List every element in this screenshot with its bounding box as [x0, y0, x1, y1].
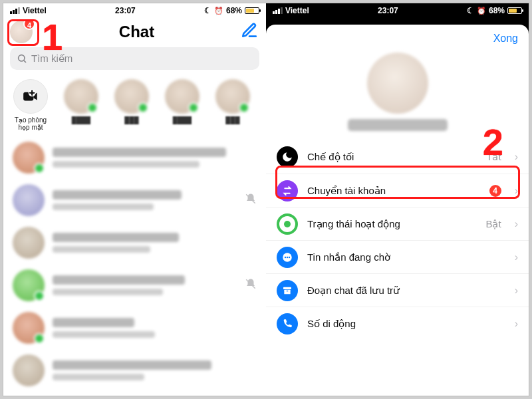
chat-row[interactable] — [3, 221, 266, 264]
row-value: Bật — [485, 218, 501, 230]
svg-point-8 — [287, 256, 288, 257]
row-value: Tắt — [486, 151, 501, 163]
muted-icon — [245, 278, 257, 293]
story-item[interactable]: ████ — [163, 79, 201, 124]
profile-picture[interactable] — [367, 53, 428, 114]
status-time: 23:07 — [378, 6, 398, 15]
battery-pct: 68% — [489, 6, 505, 15]
svg-rect-12 — [287, 291, 289, 291]
settings-list: Chế độ tối Tắt › Chuyển tài khoản 4 › — [266, 140, 529, 340]
chevron-right-icon: › — [515, 251, 518, 263]
row-label: Tin nhắn đang chờ — [307, 251, 501, 263]
settings-sheet: Xong Chế độ tối Tắt › — [266, 25, 529, 396]
search-input[interactable]: Tìm kiếm — [10, 47, 259, 70]
signal-icon — [273, 7, 283, 14]
moon-icon — [277, 146, 298, 168]
dnd-icon — [467, 6, 474, 15]
svg-line-1 — [24, 61, 26, 63]
chevron-right-icon: › — [515, 218, 518, 230]
alarm-icon — [477, 6, 486, 15]
row-label: Đoạn chat đã lưu trữ — [307, 285, 501, 297]
row-label: Số di động — [307, 318, 501, 330]
svg-point-9 — [289, 256, 290, 257]
story-item[interactable]: ███ — [213, 79, 252, 124]
profile-header — [266, 50, 529, 140]
status-time: 23:07 — [115, 6, 136, 15]
story-item[interactable]: ███ — [112, 79, 151, 124]
row-pending-messages[interactable]: Tin nhắn đang chờ › — [266, 240, 529, 273]
chevron-right-icon: › — [515, 318, 518, 330]
video-plus-icon — [22, 88, 39, 105]
battery-icon — [245, 7, 259, 14]
carrier-label: Viettel — [23, 6, 47, 15]
profile-name — [348, 119, 448, 131]
chat-list — [3, 136, 266, 392]
chevron-right-icon: › — [515, 285, 518, 297]
chat-row[interactable] — [3, 179, 266, 221]
muted-icon — [245, 193, 257, 207]
status-bar: Viettel 23:07 68% — [3, 3, 266, 18]
row-label: Trạng thái hoạt động — [307, 218, 476, 230]
page-title: Chat — [119, 23, 154, 41]
chat-row[interactable] — [3, 136, 266, 179]
active-status-icon — [277, 213, 298, 235]
row-archived-chats[interactable]: Đoạn chat đã lưu trữ › — [266, 273, 529, 307]
phone-icon — [277, 313, 298, 334]
row-badge: 4 — [489, 185, 501, 197]
create-room-label: Tạo phòng họp mặt — [11, 116, 50, 131]
row-mobile-number[interactable]: Số di động › — [266, 307, 529, 340]
settings-screen: Viettel 23:07 68% Xong — [266, 3, 529, 396]
row-label: Chuyển tài khoản — [307, 185, 480, 197]
dnd-icon — [204, 6, 211, 15]
battery-pct: 68% — [226, 6, 242, 15]
svg-rect-10 — [283, 287, 291, 289]
create-room-button[interactable]: Tạo phòng họp mặt — [11, 79, 50, 131]
row-switch-account[interactable]: Chuyển tài khoản 4 › — [266, 174, 529, 207]
signal-icon — [10, 7, 20, 14]
svg-point-0 — [19, 55, 25, 61]
story-item[interactable]: ████ — [62, 79, 100, 124]
row-label: Chế độ tối — [307, 151, 477, 163]
switch-account-icon — [277, 180, 298, 201]
row-dark-mode[interactable]: Chế độ tối Tắt › — [266, 140, 529, 174]
status-bar: Viettel 23:07 68% — [266, 3, 529, 18]
profile-avatar-button[interactable]: 4 — [10, 21, 33, 43]
chat-row[interactable] — [3, 307, 266, 349]
chat-row[interactable] — [3, 264, 266, 307]
battery-icon — [507, 7, 522, 14]
chat-row[interactable] — [3, 349, 266, 392]
done-button[interactable]: Xong — [493, 33, 518, 45]
row-active-status[interactable]: Trạng thái hoạt động Bật › — [266, 207, 529, 240]
svg-point-7 — [285, 256, 286, 257]
chat-screen: Viettel 23:07 68% 4 Chat Tìm kiếm — [3, 3, 266, 396]
archive-icon — [277, 280, 298, 301]
compose-icon — [241, 22, 258, 39]
stories-row: Tạo phòng họp mặt ████ ███ ████ ███ — [3, 76, 266, 136]
search-placeholder: Tìm kiếm — [31, 53, 72, 65]
svg-rect-11 — [284, 289, 290, 294]
chevron-right-icon: › — [515, 185, 518, 197]
chevron-right-icon: › — [515, 151, 518, 163]
compose-button[interactable] — [241, 22, 258, 42]
search-icon — [17, 53, 27, 64]
message-icon — [277, 247, 298, 268]
carrier-label: Viettel — [285, 6, 309, 15]
avatar-badge: 4 — [23, 18, 35, 30]
alarm-icon — [214, 6, 223, 15]
